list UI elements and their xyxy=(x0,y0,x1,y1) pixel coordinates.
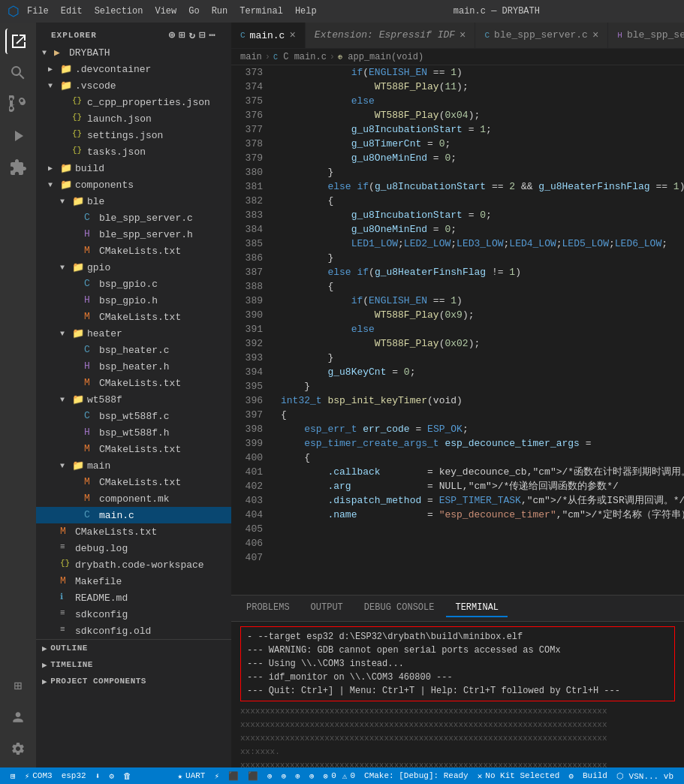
sidebar-item-vscode[interactable]: ▼ 📁 .vscode xyxy=(36,77,231,94)
status-bolt1[interactable]: ⚡ xyxy=(209,767,224,784)
tab-main-c[interactable]: C main.c × xyxy=(231,23,306,48)
sidebar-item-bsp-gpio-c[interactable]: C bsp_gpio.c xyxy=(36,276,231,292)
outline-section[interactable]: ▶ OUTLINE xyxy=(36,640,231,656)
gpio-arrow: ▼ xyxy=(60,264,72,272)
sidebar-item-workspace[interactable]: {} drybath.code-workspace xyxy=(36,556,231,573)
code-editor[interactable]: 3733743753763773783793803813823833843853… xyxy=(231,65,684,595)
sidebar-item-debug-log[interactable]: ≡ debug.log xyxy=(36,540,231,556)
menu-go[interactable]: Go xyxy=(188,6,199,17)
menu-file[interactable]: File xyxy=(27,6,49,17)
sidebar-item-devcontainer[interactable]: ▶ 📁 .devcontainer xyxy=(36,61,231,77)
sidebar-item-bsp-gpio-h[interactable]: H bsp_gpio.h xyxy=(36,292,231,309)
menu-bar[interactable]: File Edit Selection View Go Run Terminal… xyxy=(27,6,317,17)
status-square1[interactable]: ⬛ xyxy=(224,767,243,784)
explorer-icon[interactable] xyxy=(5,29,31,54)
menu-selection[interactable]: Selection xyxy=(95,6,143,17)
menu-run[interactable]: Run xyxy=(212,6,228,17)
search-icon[interactable] xyxy=(5,60,31,86)
timeline-section[interactable]: ▶ TIMELINE xyxy=(36,656,231,673)
tab-main-c-close[interactable]: × xyxy=(289,29,295,41)
status-build[interactable]: Build xyxy=(578,767,612,784)
extensions-icon[interactable] xyxy=(5,155,31,180)
sidebar-item-bsp-heater-h[interactable]: H bsp_heater.h xyxy=(36,358,231,375)
terminal-content[interactable]: - --target esp32 d:\ESP32\drybath\build\… xyxy=(231,622,684,767)
status-remote[interactable]: ⊞ xyxy=(6,767,20,784)
sidebar-content: ▼ ▶ DRYBATH ▶ 📁 .devcontainer ▼ 📁 .vscod… xyxy=(36,44,231,767)
status-errors[interactable]: ⊗ 0 ⚠ 0 xyxy=(319,767,360,784)
status-cmake[interactable]: CMake: [Debug]: Ready xyxy=(360,767,473,784)
sidebar-item-ble-spp-server-h[interactable]: H ble_spp_server.h xyxy=(36,226,231,243)
menu-terminal[interactable]: Terminal xyxy=(240,6,283,17)
sidebar-item-settings[interactable]: {} settings.json xyxy=(36,127,231,143)
project-components-section[interactable]: ▶ PROJECT COMPONENTS xyxy=(36,673,231,689)
menu-help[interactable]: Help xyxy=(295,6,317,17)
remote-icon[interactable]: ⊞ xyxy=(5,673,31,698)
tab-output[interactable]: OUTPUT xyxy=(302,599,352,617)
source-control-icon[interactable] xyxy=(5,92,31,117)
sidebar-item-ble-cmake[interactable]: M CMakeLists.txt xyxy=(36,243,231,259)
sidebar-item-gpio-cmake[interactable]: M CMakeLists.txt xyxy=(36,309,231,325)
tab-terminal[interactable]: TERMINAL xyxy=(446,599,508,617)
sidebar-item-main-c[interactable]: C main.c xyxy=(36,507,231,523)
sidebar-item-wt588f[interactable]: ▼ 📁 wt588f xyxy=(36,391,231,408)
status-uart[interactable]: ★ UART xyxy=(173,767,209,784)
tree-root[interactable]: ▼ ▶ DRYBATH xyxy=(36,44,231,61)
account-icon[interactable] xyxy=(5,704,31,730)
sidebar-item-bsp-wt588f-c[interactable]: C bsp_wt588f.c xyxy=(36,408,231,424)
tab-debug-console[interactable]: DEBUG CONSOLE xyxy=(355,599,444,617)
tab-espressif[interactable]: Extension: Espressif IDF × xyxy=(306,23,476,48)
status-build-gear[interactable]: ⚙ xyxy=(564,767,578,784)
sidebar-item-bsp-wt588f-h[interactable]: H bsp_wt588f.h xyxy=(36,424,231,441)
status-no-kit[interactable]: ✕ No Kit Selected xyxy=(473,767,565,784)
sidebar-item-readme[interactable]: ℹ README.md xyxy=(36,590,231,606)
tab-espressif-close[interactable]: × xyxy=(460,29,466,41)
status-gear[interactable]: ⚙ xyxy=(104,767,119,784)
status-download[interactable]: ⬇ xyxy=(91,767,105,784)
tab-ble-spp-server-h[interactable]: H ble_spp_server.h × xyxy=(608,23,684,48)
sidebar-item-root-cmake[interactable]: M CMakeLists.txt xyxy=(36,523,231,540)
sidebar-item-sdkconfig-old[interactable]: ≡ sdkconfig.old xyxy=(36,623,231,639)
sidebar-item-components[interactable]: ▼ 📁 components xyxy=(36,176,231,193)
sidebar-item-heater[interactable]: ▼ 📁 heater xyxy=(36,325,231,342)
sidebar-item-launch[interactable]: {} launch.json xyxy=(36,110,231,127)
sidebar-item-gpio[interactable]: ▼ 📁 gpio xyxy=(36,259,231,276)
sidebar-item-wt588f-cmake[interactable]: M CMakeLists.txt xyxy=(36,441,231,457)
tab-ble-c-close[interactable]: × xyxy=(592,29,598,41)
menu-view[interactable]: View xyxy=(155,6,176,17)
sidebar-item-ble[interactable]: ▼ 📁 ble xyxy=(36,193,231,210)
sidebar-item-main-folder[interactable]: ▼ 📁 main xyxy=(36,457,231,474)
settings-icon[interactable] xyxy=(5,736,31,761)
code-content[interactable]: if(ENGLISH_EN == 1) WT588F_Play(11); els… xyxy=(269,65,684,595)
status-com3[interactable]: ⚡ COM3 xyxy=(20,767,57,784)
breadcrumb-function[interactable]: ⊕ app_main(void) xyxy=(338,52,423,62)
sidebar-item-component-mk[interactable]: M component.mk xyxy=(36,490,231,507)
run-debug-icon[interactable] xyxy=(5,123,31,149)
status-vsn[interactable]: ⬡ VSN... vb xyxy=(612,767,678,784)
more-actions-icon[interactable]: ⋯ xyxy=(209,29,216,41)
sidebar-item-sdkconfig[interactable]: ≡ sdkconfig xyxy=(36,606,231,623)
status-square2[interactable]: ⬛ xyxy=(243,767,263,784)
sidebar-item-makefile[interactable]: M Makefile xyxy=(36,573,231,590)
menu-edit[interactable]: Edit xyxy=(61,6,83,17)
status-plus1[interactable]: ⊕ xyxy=(263,767,277,784)
new-folder-icon[interactable]: ⊞ xyxy=(179,29,185,41)
sidebar-item-heater-cmake[interactable]: M CMakeLists.txt xyxy=(36,375,231,391)
sidebar-item-build[interactable]: ▶ 📁 build xyxy=(36,160,231,176)
collapse-icon[interactable]: ⊟ xyxy=(199,29,206,41)
status-plus2[interactable]: ⊕ xyxy=(277,767,291,784)
sidebar-item-ble-spp-server-c[interactable]: C ble_spp_server.c xyxy=(36,210,231,226)
sidebar-item-main-cmake[interactable]: M CMakeLists.txt xyxy=(36,474,231,490)
sidebar-item-tasks[interactable]: {} tasks.json xyxy=(36,143,231,160)
breadcrumb-main[interactable]: main xyxy=(240,52,262,62)
sidebar-item-bsp-heater-c[interactable]: C bsp_heater.c xyxy=(36,342,231,358)
status-plus3[interactable]: ⊕ xyxy=(291,767,305,784)
tab-problems[interactable]: PROBLEMS xyxy=(237,599,299,617)
tab-ble-spp-server-c[interactable]: C ble_spp_server.c × xyxy=(475,23,608,48)
new-file-icon[interactable]: ⊕ xyxy=(169,29,176,41)
status-trash[interactable]: 🗑 xyxy=(119,767,136,784)
status-esp32[interactable]: esp32 xyxy=(57,767,91,784)
sidebar-item-cpp-properties[interactable]: {} c_cpp_properties.json xyxy=(36,94,231,110)
refresh-icon[interactable]: ↻ xyxy=(189,29,196,41)
status-plus4[interactable]: ⊕ xyxy=(305,767,319,784)
breadcrumb-file[interactable]: C C main.c xyxy=(273,52,327,62)
